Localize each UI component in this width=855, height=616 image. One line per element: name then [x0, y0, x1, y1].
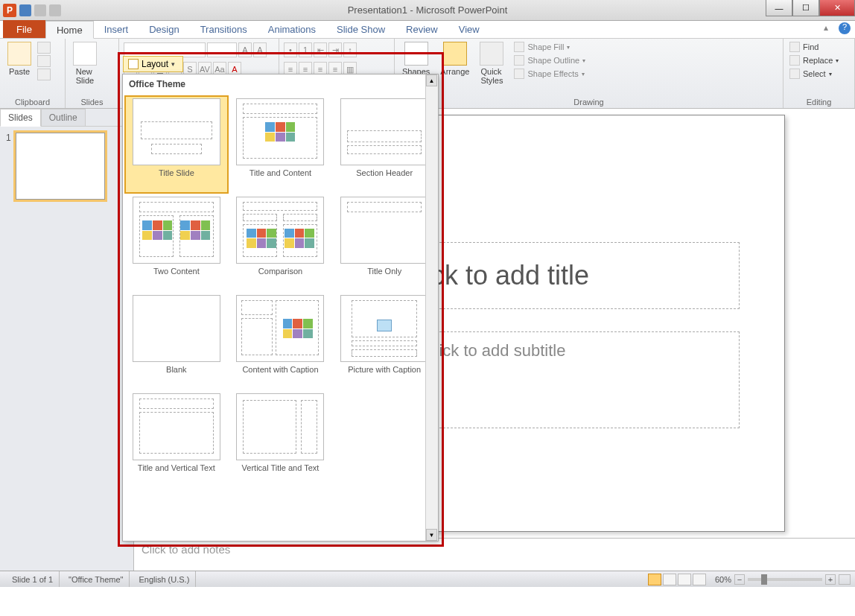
view-normal-icon[interactable]: [648, 574, 661, 585]
minimize-button[interactable]: —: [766, 0, 792, 16]
undo-icon[interactable]: [34, 4, 46, 16]
picture-icon: [377, 320, 392, 331]
shape-fill-icon: [514, 42, 524, 52]
layout-two-content[interactable]: Two Content: [126, 195, 227, 290]
slides-pane: Slides Outline × 1: [0, 109, 134, 571]
paste-label: Paste: [9, 67, 30, 76]
save-icon[interactable]: [19, 4, 31, 16]
shape-outline-button[interactable]: Shape Outline▾: [514, 55, 585, 66]
quick-access-toolbar: P: [3, 4, 61, 17]
tab-animations[interactable]: Animations: [258, 20, 326, 38]
tab-transitions[interactable]: Transitions: [190, 20, 258, 38]
replace-icon: [789, 55, 800, 66]
quick-styles-icon: [480, 42, 503, 66]
zoom-in-button[interactable]: +: [825, 574, 836, 585]
zoom-out-button[interactable]: −: [734, 574, 745, 585]
drawing-group-label: Drawing: [399, 96, 778, 108]
layout-content-with-caption[interactable]: Content with Caption: [230, 293, 331, 389]
tab-review[interactable]: Review: [395, 20, 448, 38]
layout-picture-with-caption[interactable]: Picture with Caption: [334, 293, 435, 389]
view-slideshow-icon[interactable]: [693, 574, 706, 585]
layout-gallery-overlay: Layout ▾ Office Theme Title Slide Title …: [118, 52, 444, 547]
layout-title-and-vertical-text[interactable]: Title and Vertical Text: [126, 392, 227, 487]
layout-name: Blank: [166, 365, 187, 387]
window-title: Presentation1 - Microsoft PowerPoint: [348, 4, 508, 16]
ribbon-tabs: File Home Insert Design Transitions Anim…: [0, 21, 855, 39]
layout-name: Comparison: [258, 267, 302, 289]
layout-blank[interactable]: Blank: [126, 293, 227, 389]
scroll-up-icon[interactable]: ▲: [426, 74, 437, 86]
tab-design[interactable]: Design: [139, 20, 189, 38]
layout-title-slide[interactable]: Title Slide: [126, 97, 227, 192]
fit-to-window-button[interactable]: [839, 574, 851, 585]
tab-slide-show[interactable]: Slide Show: [326, 20, 395, 38]
redo-icon[interactable]: [49, 4, 61, 16]
help-icon[interactable]: ?: [839, 22, 851, 34]
quick-styles-button[interactable]: Quick Styles: [477, 40, 506, 86]
layout-gallery-header: Office Theme: [123, 74, 438, 94]
layout-thumb: [133, 98, 220, 165]
pane-tab-outline[interactable]: Outline: [41, 109, 86, 127]
help-area: ▴ ?: [824, 22, 851, 34]
status-slide-info: Slide 1 of 1: [6, 571, 60, 587]
paste-button[interactable]: Paste: [4, 40, 34, 77]
zoom-thumb[interactable]: [761, 574, 767, 585]
editing-group: Find Replace▾ Select▾ Editing: [784, 39, 855, 108]
layout-title-only[interactable]: Title Only: [334, 195, 435, 290]
layout-vertical-title-and-text[interactable]: Vertical Title and Text: [230, 392, 331, 487]
paste-icon: [7, 42, 31, 66]
zoom-value: 60%: [715, 575, 731, 584]
minimize-ribbon-icon[interactable]: ▴: [824, 22, 836, 34]
select-icon: [789, 69, 800, 79]
title-bar: P Presentation1 - Microsoft PowerPoint —…: [0, 0, 855, 21]
scroll-down-icon[interactable]: ▼: [426, 529, 437, 541]
file-tab[interactable]: File: [3, 20, 45, 38]
shape-outline-icon: [514, 55, 524, 66]
new-slide-label: New Slide: [76, 67, 94, 85]
tab-home[interactable]: Home: [45, 21, 94, 39]
clipboard-small-buttons: [37, 40, 51, 80]
gallery-scrollbar[interactable]: ▲ ▼: [425, 74, 438, 541]
shape-effects-icon: [514, 69, 524, 79]
view-sorter-icon[interactable]: [663, 574, 676, 585]
layout-button[interactable]: Layout ▾: [123, 56, 183, 72]
layout-title-and-content[interactable]: Title and Content: [230, 97, 331, 192]
layout-name: Picture with Caption: [348, 365, 421, 387]
shape-format-list: Shape Fill▾ Shape Outline▾ Shape Effects…: [511, 40, 588, 80]
thumb-number: 1: [6, 133, 11, 200]
layout-section-header[interactable]: Section Header: [334, 97, 435, 192]
cut-button[interactable]: [37, 42, 51, 54]
slide-thumbnail-1[interactable]: 1: [6, 133, 127, 200]
status-bar: Slide 1 of 1 "Office Theme" English (U.S…: [0, 571, 855, 587]
view-mode-icons: [648, 574, 706, 585]
shape-fill-button[interactable]: Shape Fill▾: [514, 42, 585, 52]
chevron-down-icon: ▾: [171, 60, 175, 68]
find-button[interactable]: Find: [789, 42, 848, 52]
copy-button[interactable]: [37, 55, 51, 67]
app-icon: P: [3, 4, 16, 17]
layout-name: Two Content: [153, 267, 200, 289]
shape-effects-button[interactable]: Shape Effects▾: [514, 69, 585, 79]
new-slide-button[interactable]: New Slide: [70, 40, 100, 86]
view-reading-icon[interactable]: [678, 574, 691, 585]
thumb-preview: [16, 133, 105, 200]
slides-group: New Slide Slides: [66, 39, 119, 108]
zoom-slider[interactable]: [748, 578, 822, 581]
select-button[interactable]: Select▾: [789, 69, 848, 79]
layout-name: Title and Content: [249, 168, 311, 191]
format-painter-button[interactable]: [37, 69, 51, 80]
replace-button[interactable]: Replace▾: [789, 55, 848, 66]
close-button[interactable]: ✕: [819, 0, 855, 16]
maximize-button[interactable]: ☐: [792, 0, 819, 16]
new-slide-icon: [73, 42, 97, 66]
quick-styles-label: Quick Styles: [480, 67, 503, 85]
tab-insert[interactable]: Insert: [94, 20, 139, 38]
layout-name: Section Header: [356, 168, 413, 191]
arrange-icon: [443, 42, 467, 66]
clipboard-group: Paste Clipboard: [0, 39, 66, 108]
status-language[interactable]: English (U.S.): [133, 571, 196, 587]
layout-name: Title Only: [367, 267, 401, 289]
tab-view[interactable]: View: [448, 20, 490, 38]
layout-comparison[interactable]: Comparison: [230, 195, 331, 290]
pane-tab-slides[interactable]: Slides: [0, 109, 41, 127]
